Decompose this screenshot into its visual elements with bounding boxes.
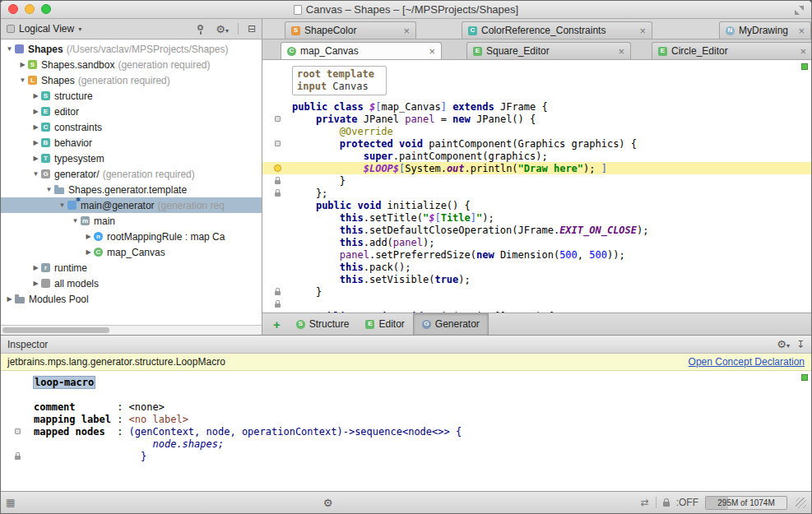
tree-item-shapes[interactable]: ▼LShapes (generation required): [1, 72, 262, 88]
collapse-arrow-icon[interactable]: ▼: [44, 186, 54, 193]
expand-arrow-icon[interactable]: ▶: [30, 280, 41, 287]
code-line[interactable]: comment : <none>: [1, 401, 811, 413]
code-line[interactable]: super.paintComponent(graphics);: [262, 150, 811, 162]
tree-item-constraints[interactable]: ▶Cconstraints: [1, 119, 262, 135]
code-area[interactable]: root templateinput Canvaspublic class $[…: [262, 60, 811, 313]
close-tab-icon[interactable]: ×: [800, 46, 806, 57]
code-line[interactable]: private JPanel panel = new JPanel() {: [262, 113, 811, 125]
close-tab-icon[interactable]: ×: [639, 25, 646, 36]
close-tab-icon[interactable]: ×: [403, 25, 410, 36]
close-tab-icon[interactable]: ×: [618, 46, 624, 57]
code-line[interactable]: mapped nodes : (genContext, node, operat…: [1, 425, 811, 438]
add-aspect-button[interactable]: +: [266, 313, 288, 335]
code-line[interactable]: }: [1, 450, 811, 462]
zoom-button[interactable]: [41, 4, 51, 14]
expand-arrow-icon[interactable]: ▶: [30, 123, 41, 131]
inspector-content[interactable]: loop-macrocomment : <none>mapping label …: [1, 371, 811, 491]
expand-arrow-icon[interactable]: ▶: [30, 108, 41, 115]
tab-square-editor[interactable]: ESquare_Editor×: [466, 42, 631, 59]
tree-item-shapes-sandbox[interactable]: ▶SShapes.sandbox (generation required): [1, 57, 262, 72]
inspector-settings-gear-icon[interactable]: ⚙▾: [777, 339, 790, 350]
code-line[interactable]: }: [262, 174, 811, 187]
collapse-arrow-icon[interactable]: ▼: [30, 170, 41, 178]
code-seg: [292, 311, 316, 313]
settings-gear-icon[interactable]: ⚙▾: [216, 24, 229, 35]
code-line[interactable]: node.shapes;: [1, 438, 811, 450]
code-line[interactable]: panel.setPreferredSize(new Dimension(500…: [262, 248, 811, 261]
code-line[interactable]: this.setVisible(true);: [262, 273, 811, 285]
tab-map-canvas[interactable]: Cmap_Canvas×: [281, 42, 442, 59]
expand-arrow-icon[interactable]: ▶: [30, 155, 41, 162]
code-line[interactable]: public void initialize() {: [262, 199, 811, 211]
status-arrows-icon[interactable]: ⇄: [641, 498, 649, 507]
open-concept-declaration-link[interactable]: Open Concept Declaration: [689, 356, 805, 368]
code-line[interactable]: public static void main(string[] args) {: [262, 310, 811, 313]
tree-item-modules-pool[interactable]: ▶Modules Pool: [1, 291, 262, 307]
code-line[interactable]: this.setTitle("$[Title]");: [262, 211, 811, 224]
expand-arrow-icon[interactable]: ▶: [30, 92, 41, 100]
tree-item-generator[interactable]: ▼Ggenerator/ (generation required): [1, 166, 262, 182]
tree-item-typesystem[interactable]: ▶Ttypesystem: [1, 150, 262, 166]
resize-grip[interactable]: [796, 498, 806, 508]
tree-item-shapes-generator-template[interactable]: ▼Shapes.generator.template: [1, 182, 262, 197]
close-button[interactable]: [8, 4, 18, 14]
tree-item-all-models[interactable]: ▶all models: [1, 276, 262, 291]
tab-circle-editor[interactable]: ECircle_Editor×: [652, 42, 811, 59]
horizontal-scrollbar[interactable]: [1, 325, 262, 335]
tree-item-structure[interactable]: ▶Sstructure: [1, 88, 262, 104]
close-tab-icon[interactable]: ×: [429, 46, 435, 57]
tab-colorreference-constraints[interactable]: CColorReference_Constraints×: [462, 21, 652, 39]
memory-indicator[interactable]: 295M of 1074M: [705, 496, 787, 510]
code-line[interactable]: loop-macro: [1, 376, 811, 388]
close-tab-icon[interactable]: ×: [798, 25, 805, 36]
code-line[interactable]: mapping label : <no label>: [1, 413, 811, 425]
hide-inspector-icon[interactable]: ↧: [796, 340, 805, 350]
expand-arrow-icon[interactable]: ▶: [83, 233, 94, 240]
hide-panel-icon[interactable]: ⊟: [248, 24, 256, 34]
expand-arrow-icon[interactable]: ▶: [30, 139, 41, 146]
code-line[interactable]: [1, 388, 811, 401]
minimize-button[interactable]: [25, 4, 35, 14]
view-selector[interactable]: Logical View: [19, 23, 74, 35]
expand-arrow-icon[interactable]: ▶: [17, 61, 28, 68]
tree-item-behavior[interactable]: ▶Bbehavior: [1, 135, 262, 150]
aspect-tab-generator[interactable]: GGenerator: [413, 313, 489, 335]
code-line[interactable]: [262, 298, 811, 310]
code-line[interactable]: this.pack();: [262, 261, 811, 273]
tree-item-runtime[interactable]: ▶rruntime: [1, 260, 262, 276]
pin-icon[interactable]: [197, 25, 203, 30]
aspect-tab-editor[interactable]: EEditor: [357, 313, 412, 335]
tree-item-main-generator[interactable]: ▼✱main@generator (generation req: [1, 197, 262, 213]
collapse-arrow-icon[interactable]: ▼: [57, 201, 67, 209]
code-line[interactable]: this.add(panel);: [262, 236, 811, 248]
code-seg: ]: [601, 163, 607, 174]
code-line[interactable]: }: [262, 285, 811, 298]
tab-mydrawing[interactable]: NMyDrawing×: [719, 21, 811, 39]
expand-arrow-icon[interactable]: ▶: [4, 295, 15, 303]
scrollbar-thumb[interactable]: [2, 327, 109, 333]
expand-arrow-icon[interactable]: ▶: [30, 264, 41, 271]
code-line[interactable]: protected void paintComponent(Graphics g…: [262, 137, 811, 150]
collapse-arrow-icon[interactable]: ▼: [70, 217, 81, 225]
code-line[interactable]: @Override: [262, 125, 811, 137]
fullscreen-icon[interactable]: [795, 6, 804, 15]
expand-arrow-icon[interactable]: ▶: [83, 248, 94, 256]
toggle-toolwindows-icon[interactable]: ▦: [6, 498, 15, 507]
tree-item-map-canvas[interactable]: ▶Cmap_Canvas: [1, 244, 262, 260]
tree-item-rootmappingrule-map-ca[interactable]: ▶nrootMappingRule : map Ca: [1, 229, 262, 244]
code-line[interactable]: this.setDefaultCloseOperation(JFrame.EXI…: [262, 224, 811, 236]
code-line[interactable]: };: [262, 187, 811, 199]
tab-shapecolor[interactable]: SShapeColor×: [285, 21, 416, 39]
chevron-down-icon[interactable]: ▾: [78, 25, 81, 33]
code-line[interactable]: $LOOP$[System.out.println("Draw here"); …: [262, 162, 811, 174]
code-line[interactable]: public class $[map_Canvas] extends JFram…: [262, 100, 811, 113]
tree-item-shapes[interactable]: ▼Shapes (/Users/vaclav/MPSProjects/Shape…: [1, 41, 262, 57]
collapse-arrow-icon[interactable]: ▼: [17, 76, 28, 84]
tree-item-main[interactable]: ▼mmain: [1, 213, 262, 229]
bulb-icon[interactable]: [274, 164, 281, 172]
tree-item-editor[interactable]: ▶Eeditor: [1, 104, 262, 119]
collapse-arrow-icon[interactable]: ▼: [4, 45, 15, 53]
status-gear-icon[interactable]: ⚙: [323, 498, 333, 508]
lock-icon[interactable]: [663, 502, 670, 507]
aspect-tab-structure[interactable]: SStructure: [288, 313, 358, 335]
